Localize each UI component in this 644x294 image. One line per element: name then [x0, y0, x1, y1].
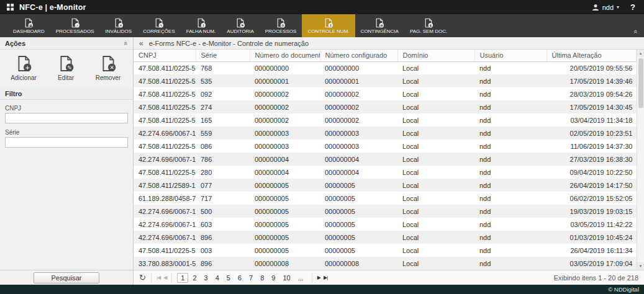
toolbar-item-invalidos[interactable]: ✕ INVÁLIDOS [99, 14, 137, 37]
table-cell: 000000005 [250, 231, 320, 244]
svg-text:▦: ▦ [29, 23, 32, 27]
cnpj-input[interactable] [5, 113, 128, 123]
table-cell: 20/05/2019 09:55:56 [546, 61, 637, 74]
help-button[interactable]: ? [630, 2, 635, 12]
table-cell: ndd [474, 140, 546, 153]
table-cell: 500 [196, 205, 250, 218]
column-header-serie[interactable]: Série [196, 50, 250, 61]
toolbar-item-processados[interactable]: ✓ PROCESSADOS [50, 14, 100, 37]
table-cell: ndd [474, 192, 546, 205]
column-header-dominio[interactable]: Domínio [397, 50, 474, 61]
actions-title: Ações [5, 40, 25, 47]
table-row[interactable]: 33.780.883/0001-59896000000008000000008L… [134, 257, 637, 270]
adicionar-document-icon: + [16, 55, 32, 72]
column-header-numero-do-documento[interactable]: Número do documento [250, 50, 320, 61]
page-button-6[interactable]: 6 [235, 274, 245, 282]
toolbar-item-pag-sem-doc[interactable]: $ PAG. SEM DOC. [404, 14, 453, 37]
table-cell: 47.508.411/0225-59 [134, 114, 196, 127]
column-header-usuario[interactable]: Usuário [474, 50, 546, 61]
app-footer: © NDDigital [0, 285, 644, 294]
table-cell: 768 [196, 61, 250, 74]
ribbon-collapse-icon[interactable]: « [632, 30, 640, 33]
table-row[interactable]: 42.274.696/0067-10559000000003000000003L… [134, 127, 637, 140]
svg-text:✕: ✕ [109, 65, 114, 71]
page-button-5[interactable]: 5 [224, 274, 234, 282]
table-cell: 000000003 [250, 127, 320, 140]
table-row[interactable]: 47.508.411/0225-59280000000004000000004L… [134, 166, 637, 179]
contingencia-icon: ⇄ [374, 18, 384, 28]
table-row[interactable]: 47.508.411/0225-59092000000002000000002L… [134, 87, 637, 100]
action-label: Editar [58, 74, 74, 81]
toolbar-item-contingencia[interactable]: ⇄ CONTINGÊNCIA [355, 14, 404, 37]
editar-button[interactable]: ✎ Editar [47, 55, 84, 81]
toolbar-item-auditoria[interactable]: ⚑ AUDITORIA [221, 14, 259, 37]
toolbar-item-processos[interactable]: ⚙ PROCESSOS [260, 14, 302, 37]
table-row[interactable]: 42.274.696/0067-1050000000000500000005Lo… [134, 205, 637, 218]
svg-text:✎: ✎ [67, 65, 71, 71]
ribbon-toolbar: ▦ DASHBOARD ✓ PROCESSADOS ✕ INVÁLIDOS ✎ … [0, 14, 644, 37]
refresh-icon[interactable]: ↻ [139, 273, 146, 282]
table-row[interactable]: 47.508.411/2589-1907700000000500000005Lo… [134, 179, 637, 192]
table-cell: ndd [474, 205, 546, 218]
table-row[interactable]: 42.274.696/0067-1089600000000500000005Lo… [134, 231, 637, 244]
page-button-3[interactable]: 3 [201, 274, 211, 282]
table-row[interactable]: 47.508.411/0225-59086000000003000000003L… [134, 140, 637, 153]
serie-input[interactable] [5, 137, 128, 148]
table-cell: ndd [474, 127, 546, 140]
prev-page-icon[interactable]: ◀ [163, 275, 166, 280]
table-cell: Local [397, 192, 474, 205]
table-row[interactable]: 61.189.288/0458-7571700000000500000005Lo… [134, 192, 637, 205]
first-page-icon[interactable]: |◀ [156, 275, 160, 280]
table-cell: Local [397, 244, 474, 257]
collapse-sidebar-icon[interactable]: « [139, 39, 143, 48]
table-cell: 000000003 [320, 140, 397, 153]
table-cell: 42.274.696/0067-10 [134, 231, 196, 244]
user-menu[interactable]: ndd ▾ [592, 4, 619, 11]
scroll-down-icon[interactable]: ▼ [637, 262, 644, 270]
toolbar-item-dashboard[interactable]: ▦ DASHBOARD [7, 14, 50, 37]
last-page-icon[interactable]: ▶| [324, 275, 327, 280]
breadcrumb: e-Forms NFC-e - e-Monitor - Controle de … [149, 40, 309, 47]
page-button-8[interactable]: 8 [257, 274, 267, 282]
column-header-numero-configurado[interactable]: Número configurado [320, 50, 397, 61]
page-button-9[interactable]: 9 [268, 274, 278, 282]
table-cell: 000000002 [250, 87, 320, 100]
toolbar-item-label: INVÁLIDOS [105, 29, 132, 34]
scrollbar-thumb[interactable] [638, 58, 643, 108]
column-header-ultima-alteracao[interactable]: Última Alteração [546, 50, 637, 61]
table-row[interactable]: 47.508.411/0225-59768000000000000000000L… [134, 61, 637, 74]
table-row[interactable]: 42.274.696/0067-1060300000000500000005Lo… [134, 218, 637, 231]
page-button-7[interactable]: 7 [246, 274, 256, 282]
next-page-icon[interactable]: ▶ [317, 275, 320, 280]
table-row[interactable]: 47.508.411/0225-5900300000000500000005Lo… [134, 244, 637, 257]
toolbar-item-correcoes[interactable]: ✎ CORREÇÕES [137, 14, 181, 37]
page-button-1[interactable]: 1 [177, 273, 188, 283]
items-status: Exibindo itens 1 - 20 de 218 [554, 274, 638, 282]
table-row[interactable]: 47.508.411/0225-59535000000001000000001L… [134, 74, 637, 87]
table-cell: ndd [474, 179, 546, 192]
table-row[interactable]: 47.508.411/0225-59274000000002000000002L… [134, 100, 637, 114]
toolbar-item-falha-num[interactable]: ! FALHA NUM. [181, 14, 222, 37]
column-header-cnpj[interactable]: CNPJ [134, 50, 196, 61]
toolbar-item-controle-num[interactable]: ! CONTROLE NUM. [302, 14, 355, 37]
page-button-4[interactable]: 4 [212, 274, 222, 282]
table-cell: Local [397, 153, 474, 166]
table-row[interactable]: 42.274.696/0067-10786000000004000000004L… [134, 153, 637, 166]
page-button-2[interactable]: 2 [189, 274, 199, 282]
adicionar-button[interactable]: + Adicionar [5, 55, 42, 81]
collapse-actions-icon[interactable]: « [122, 42, 130, 45]
scroll-up-icon[interactable]: ▲ [637, 50, 644, 57]
table-cell: 717 [196, 192, 250, 205]
page-button-10[interactable]: 10 [279, 274, 293, 282]
table-cell: 535 [196, 74, 250, 87]
remover-button[interactable]: ✕ Remover [89, 55, 127, 81]
filter-title: Filtro [5, 90, 22, 97]
table-row[interactable]: 47.508.411/0225-59165000000002000000002L… [134, 114, 637, 127]
table-cell: Local [397, 140, 474, 153]
table-cell: ndd [474, 244, 546, 257]
vertical-scrollbar[interactable]: ▲ ▼ [637, 50, 644, 270]
table-cell: 00000005 [320, 231, 397, 244]
search-button[interactable]: Pesquisar [34, 272, 100, 283]
pager-separator [171, 274, 172, 282]
table-cell: 47.508.411/0225-59 [134, 61, 196, 74]
